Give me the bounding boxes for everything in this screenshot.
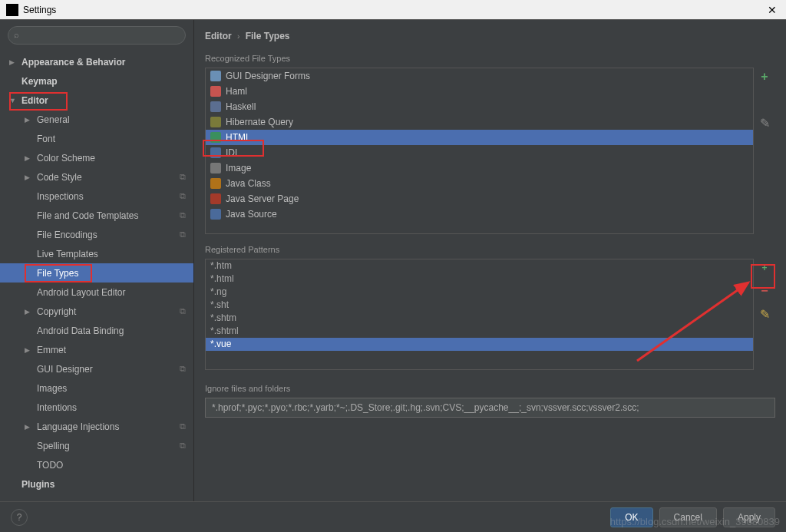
pattern-htm[interactable]: *.htm [206, 259, 753, 273]
file-type-haskell[interactable]: Haskell [206, 99, 753, 114]
tree-item-images[interactable]: Images [0, 378, 193, 398]
tree-item-label: General [37, 114, 70, 125]
tree-item-label: File and Code Templates [37, 210, 139, 221]
pattern-vue[interactable]: *.vue [206, 338, 753, 351]
edit-pattern-button[interactable]: ✎ [757, 306, 772, 322]
pattern-html[interactable]: *.html [206, 273, 753, 286]
patterns-list[interactable]: *.htm*.html*.ng*.sht*.shtm*.shtml*.vue [205, 259, 754, 370]
tree-item-language-injections[interactable]: ▶Language Injections⧉ [0, 417, 193, 436]
ignore-label: Ignore files and folders [205, 384, 775, 393]
file-type-icon [210, 178, 221, 189]
add-pattern-button[interactable]: + [757, 260, 772, 276]
apply-button[interactable]: Apply [723, 507, 775, 527]
tree-item-todo[interactable]: TODO [0, 455, 193, 474]
ignore-section: Ignore files and folders [205, 384, 775, 418]
chevron-right-icon: › [237, 32, 239, 41]
search-input[interactable] [8, 26, 186, 45]
file-type-java-server-page[interactable]: Java Server Page [206, 191, 753, 207]
tree-item-live-templates[interactable]: Live Templates [0, 244, 193, 263]
tree-item-color-scheme[interactable]: ▶Color Scheme [0, 148, 193, 167]
footer: ? OK Cancel Apply [0, 501, 786, 532]
pattern-shtml[interactable]: *.shtml [206, 325, 753, 338]
file-type-java-class[interactable]: Java Class [206, 176, 753, 191]
remove-pattern-button[interactable]: − [757, 283, 772, 299]
tree-item-label: File Types [37, 268, 78, 279]
pattern-ng[interactable]: *.ng [206, 286, 753, 299]
project-scope-icon: ⧉ [180, 172, 186, 182]
patterns-label: Registered Patterns [205, 245, 775, 254]
close-icon[interactable]: ✕ [765, 4, 780, 16]
tree-item-editor[interactable]: ▼Editor [0, 91, 193, 110]
settings-tree[interactable]: ▶Appearance & BehaviorKeymap▼Editor▶Gene… [0, 51, 193, 501]
project-scope-icon: ⧉ [180, 441, 186, 451]
file-type-icon [210, 117, 221, 127]
tree-item-appearance-behavior[interactable]: ▶Appearance & Behavior [0, 52, 193, 71]
file-type-idl[interactable]: IDL [206, 145, 753, 160]
window-title: Settings [23, 5, 765, 15]
breadcrumb-editor[interactable]: Editor [205, 31, 232, 41]
tree-item-copyright[interactable]: ▶Copyright⧉ [0, 302, 193, 321]
edit-file-type-button[interactable]: ✎ [757, 115, 772, 131]
tree-item-file-encodings[interactable]: File Encodings⧉ [0, 225, 193, 244]
project-scope-icon: ⧉ [180, 191, 186, 201]
tree-item-intentions[interactable]: Intentions [0, 398, 193, 417]
pattern-sht[interactable]: *.sht [206, 299, 753, 312]
pattern-shtm[interactable]: *.shtm [206, 312, 753, 325]
tree-item-label: Copyright [37, 306, 76, 317]
cancel-button[interactable]: Cancel [659, 507, 717, 527]
file-type-icon [210, 101, 221, 112]
tree-arrow-icon: ▶ [25, 173, 34, 181]
file-types-list[interactable]: GUI Designer FormsHamlHaskellHibernate Q… [205, 68, 754, 234]
file-type-html[interactable]: HTML [206, 130, 753, 145]
file-type-java-source[interactable]: Java Source [206, 207, 753, 222]
recognized-panel: GUI Designer FormsHamlHaskellHibernate Q… [205, 68, 775, 234]
patterns-buttons: + − ✎ [754, 259, 775, 370]
file-type-icon [210, 209, 221, 220]
tree-item-spelling[interactable]: Spelling⧉ [0, 436, 193, 455]
tree-item-android-layout-editor[interactable]: Android Layout Editor [0, 283, 193, 302]
file-type-icon [210, 163, 221, 173]
file-type-icon [210, 71, 221, 81]
file-type-image[interactable]: Image [206, 160, 753, 176]
tree-item-gui-designer[interactable]: GUI Designer⧉ [0, 359, 193, 378]
tree-item-label: Plugins [21, 479, 54, 490]
tree-item-file-and-code-templates[interactable]: File and Code Templates⧉ [0, 206, 193, 225]
project-scope-icon: ⧉ [180, 210, 186, 220]
tree-item-label: Editor [21, 95, 48, 106]
tree-item-file-types[interactable]: File Types [0, 263, 193, 283]
tree-item-label: Images [37, 383, 67, 394]
file-type-icon [210, 132, 221, 143]
tree-item-code-style[interactable]: ▶Code Style⧉ [0, 167, 193, 187]
file-type-label: Hibernate Query [226, 117, 293, 127]
file-type-label: Java Server Page [226, 193, 299, 204]
ok-button[interactable]: OK [610, 507, 652, 527]
tree-item-inspections[interactable]: Inspections⧉ [0, 187, 193, 206]
tree-arrow-icon: ▶ [25, 154, 34, 162]
tree-item-label: GUI Designer [37, 364, 93, 375]
tree-item-general[interactable]: ▶General [0, 110, 193, 129]
project-scope-icon: ⧉ [180, 421, 186, 431]
file-type-hibernate-query[interactable]: Hibernate Query [206, 114, 753, 130]
add-file-type-button[interactable]: + [757, 69, 772, 84]
file-type-haml[interactable]: Haml [206, 84, 753, 99]
tree-item-keymap[interactable]: Keymap [0, 71, 193, 91]
tree-item-label: Live Templates [37, 249, 98, 259]
content-panel: Editor › File Types Recognized File Type… [194, 20, 786, 501]
tree-item-android-data-binding[interactable]: Android Data Binding [0, 321, 193, 340]
file-type-gui-designer-forms[interactable]: GUI Designer Forms [206, 68, 753, 84]
help-button[interactable]: ? [11, 509, 28, 526]
search-wrap: ⌕ [0, 20, 193, 51]
tree-item-label: Language Injections [37, 421, 119, 432]
search-icon: ⌕ [14, 30, 19, 39]
tree-item-emmet[interactable]: ▶Emmet [0, 340, 193, 359]
title-bar: Settings ✕ [0, 0, 786, 20]
recognized-label: Recognized File Types [205, 54, 775, 63]
ignore-input[interactable] [205, 398, 775, 418]
file-type-icon [210, 193, 221, 204]
tree-arrow-icon: ▼ [9, 97, 18, 104]
tree-item-plugins[interactable]: Plugins [0, 474, 193, 494]
patterns-panel: *.htm*.html*.ng*.sht*.shtm*.shtml*.vue +… [205, 259, 775, 370]
tree-item-font[interactable]: Font [0, 129, 193, 148]
file-type-label: Haskell [226, 101, 256, 112]
main-area: ⌕ ▶Appearance & BehaviorKeymap▼Editor▶Ge… [0, 20, 786, 501]
